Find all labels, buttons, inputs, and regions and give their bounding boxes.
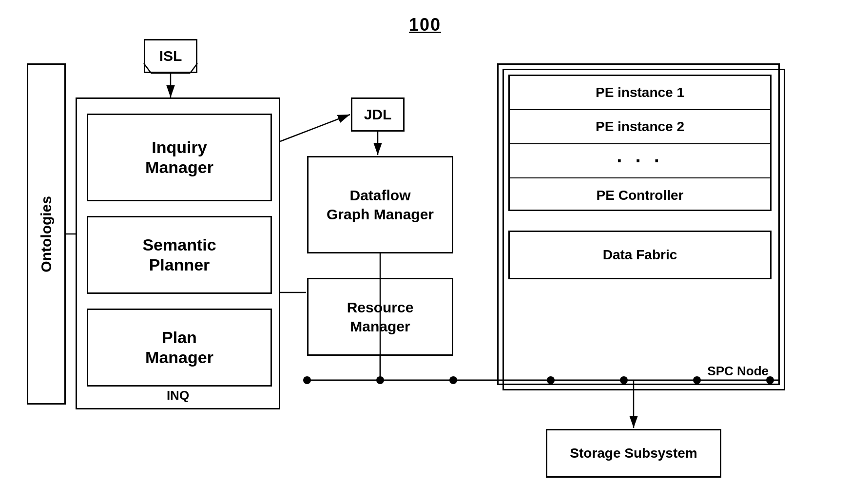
inquiry-to-jdl-arrow bbox=[280, 115, 350, 141]
diagram-container: 100 Ontologies InquiryManager SemanticPl… bbox=[0, 0, 850, 504]
resource-manager-box: ResourceManager bbox=[307, 278, 453, 356]
jdl-label: JDL bbox=[364, 106, 392, 123]
plan-manager-box: PlanManager bbox=[87, 309, 272, 387]
dataflow-manager-box: DataflowGraph Manager bbox=[307, 156, 453, 253]
inq-outer-box: InquiryManager SemanticPlanner PlanManag… bbox=[76, 97, 280, 409]
semantic-planner-box: SemanticPlanner bbox=[87, 216, 272, 294]
bus-dot-1 bbox=[303, 376, 311, 384]
jdl-box: JDL bbox=[351, 97, 405, 132]
pe-instance-2-row: PE instance 2 bbox=[510, 110, 770, 144]
pe-instances-area: PE instance 1 PE instance 2 · · · PE Con… bbox=[508, 75, 772, 211]
data-fabric-box: Data Fabric bbox=[508, 231, 772, 279]
spc-node-box: PE instance 1 PE instance 2 · · · PE Con… bbox=[497, 63, 780, 385]
spc-node-label: SPC Node bbox=[707, 364, 769, 379]
pe-controller-label: PE Controller bbox=[597, 188, 684, 203]
isl-box: ISL bbox=[144, 39, 197, 73]
storage-subsystem-box: Storage Subsystem bbox=[546, 429, 721, 478]
data-fabric-label: Data Fabric bbox=[603, 247, 677, 263]
dataflow-label: DataflowGraph Manager bbox=[327, 186, 434, 224]
pe-instance-1-label: PE instance 1 bbox=[596, 85, 684, 100]
plan-manager-label: PlanManager bbox=[145, 328, 213, 368]
bus-dot-3 bbox=[449, 376, 457, 384]
isl-label: ISL bbox=[159, 48, 182, 64]
resource-label: ResourceManager bbox=[347, 298, 414, 336]
bus-dot-2 bbox=[376, 376, 384, 384]
diagram-title: 100 bbox=[409, 15, 441, 35]
ontologies-label: Ontologies bbox=[38, 196, 55, 272]
ontologies-box: Ontologies bbox=[27, 63, 66, 405]
inquiry-manager-label: InquiryManager bbox=[145, 137, 213, 177]
pe-instance-1-row: PE instance 1 bbox=[510, 76, 770, 110]
inq-label: INQ bbox=[167, 388, 189, 403]
pe-dots-row: · · · bbox=[510, 144, 770, 178]
storage-label: Storage Subsystem bbox=[570, 446, 697, 461]
pe-controller-row: PE Controller bbox=[510, 178, 770, 213]
inquiry-manager-box: InquiryManager bbox=[87, 114, 272, 201]
semantic-planner-label: SemanticPlanner bbox=[142, 235, 216, 275]
pe-instance-2-label: PE instance 2 bbox=[596, 119, 684, 135]
pe-dots-label: · · · bbox=[617, 150, 663, 172]
